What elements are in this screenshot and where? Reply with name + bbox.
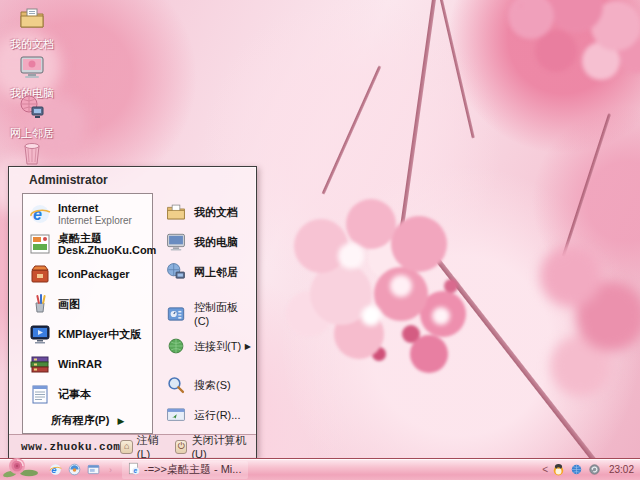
menu-item-sublabel: Internet Explorer (58, 215, 132, 226)
start-menu-pinned-panel: e InternetInternet Explorer 桌酷主题Desk.Zhu… (22, 193, 153, 434)
start-button[interactable] (0, 459, 42, 480)
system-tray: < 23:02 (542, 463, 640, 477)
winrar-icon (28, 352, 52, 376)
blossom-cluster (520, 5, 522, 7)
desktop-icon-label: 网上邻居 (10, 126, 54, 141)
paint-icon (28, 292, 52, 316)
network-places-icon (165, 261, 187, 283)
my-documents-icon (165, 201, 187, 223)
my-computer-icon (19, 54, 45, 84)
control-panel-icon (165, 303, 187, 325)
search-icon (165, 374, 187, 396)
quick-launch-expander[interactable]: › (109, 463, 114, 477)
network-places-icon (19, 94, 45, 124)
update-icon[interactable] (588, 463, 602, 477)
my-documents-icon (19, 5, 45, 35)
menu-item-connect-to[interactable]: 连接到(T) ▶ (157, 331, 254, 361)
desktop: 我的文档 我的电脑 网上邻居 Administrator (0, 0, 640, 480)
menu-item-label: KMPlayer中文版 (58, 328, 141, 340)
zhuoku-theme-icon (28, 232, 52, 256)
svg-text:e: e (33, 206, 42, 223)
start-menu-places-panel: 我的文档 我的电脑 网上邻居 (153, 193, 256, 434)
desktop-icon-label: 我的文档 (10, 37, 54, 52)
shut-down-label: 关闭计算机(U) (191, 433, 248, 460)
menu-item-search[interactable]: 搜索(S) (157, 370, 254, 400)
submenu-arrow-icon: ▶ (117, 416, 124, 426)
blossom-cluster (300, 215, 302, 217)
blossom-cluster (560, 255, 562, 257)
rose-start-icon (2, 457, 40, 480)
all-programs-button[interactable]: 所有程序(P) ▶ (26, 409, 149, 431)
user-name: Administrator (29, 173, 108, 187)
start-menu-footer: www.zhuoku.com ⌂ 注销(L) ⏻ 关闭计算机(U) (9, 434, 256, 458)
shut-down-button[interactable]: ⏻ 关闭计算机(U) (175, 433, 248, 460)
svg-text:e: e (51, 464, 56, 475)
menu-item-label: 画图 (58, 298, 80, 310)
log-off-icon: ⌂ (120, 440, 132, 454)
menu-item-label: 运行(R)... (194, 408, 240, 423)
menu-item-label: 连接到(T) (194, 339, 241, 354)
qq-icon[interactable] (552, 463, 566, 477)
connect-to-icon (165, 335, 187, 357)
menu-item-label: 控制面板(C) (194, 300, 252, 327)
menu-item-paint[interactable]: 画图 (26, 289, 149, 319)
media-player-icon[interactable] (67, 463, 81, 477)
menu-item-kmplayer[interactable]: KMPlayer中文版 (26, 319, 149, 349)
blossom-highlight (330, 245, 332, 247)
task-button-label: -=>>桌酷主题 - Mi... (144, 462, 242, 477)
menu-item-network-places[interactable]: 网上邻居 (157, 257, 254, 287)
menu-item-internet[interactable]: e InternetInternet Explorer (26, 199, 149, 229)
taskbar-clock[interactable]: 23:02 (609, 464, 634, 475)
iconpackager-icon (28, 262, 52, 286)
quick-launch-bar: e › (48, 463, 114, 477)
internet-explorer-icon: e (28, 202, 52, 226)
menu-item-notepad[interactable]: 记事本 (26, 379, 149, 409)
svg-text:e: e (133, 467, 137, 474)
zhuoku-site-label: www.zhuoku.com (21, 441, 120, 453)
start-menu-user: Administrator (9, 167, 256, 193)
menu-item-label: IconPackager (58, 268, 130, 280)
internet-explorer-icon[interactable]: e (48, 463, 62, 477)
menu-item-label: 我的电脑 (194, 235, 238, 250)
desktop-icon-network-places[interactable]: 网上邻居 (4, 94, 60, 141)
all-programs-label: 所有程序(P) (51, 413, 110, 428)
messenger-globe-icon[interactable] (570, 463, 584, 477)
taskbar: e › e -=>>桌酷主题 - Mi... < (0, 458, 640, 480)
submenu-arrow-icon: ▶ (245, 342, 251, 351)
kmplayer-icon (28, 322, 52, 346)
desktop-icon-my-documents[interactable]: 我的文档 (4, 5, 60, 52)
menu-item-label: 网上邻居 (194, 265, 238, 280)
log-off-label: 注销(L) (137, 433, 165, 460)
menu-item-iconpackager[interactable]: IconPackager (26, 259, 149, 289)
menu-item-my-documents[interactable]: 我的文档 (157, 197, 254, 227)
start-menu: Administrator e InternetInternet Explore… (8, 166, 257, 458)
task-button-zhuoku[interactable]: e -=>>桌酷主题 - Mi... (122, 461, 248, 479)
menu-item-label: 记事本 (58, 388, 91, 400)
notepad-icon (28, 382, 52, 406)
log-off-button[interactable]: ⌂ 注销(L) (120, 433, 165, 460)
menu-item-zhuoku-theme[interactable]: 桌酷主题Desk.ZhuoKu.Com (26, 229, 149, 259)
menu-item-my-computer[interactable]: 我的电脑 (157, 227, 254, 257)
menu-item-label: WinRAR (58, 358, 102, 370)
show-desktop-icon[interactable] (86, 463, 100, 477)
menu-item-winrar[interactable]: WinRAR (26, 349, 149, 379)
menu-item-control-panel[interactable]: 控制面板(C) (157, 296, 254, 331)
power-icon: ⏻ (175, 440, 187, 454)
menu-item-label: 桌酷主题Desk.ZhuoKu.Com (58, 232, 156, 256)
internet-explorer-page-icon: e (128, 461, 140, 479)
menu-item-run[interactable]: 运行(R)... (157, 400, 254, 430)
tray-collapse-chevron[interactable]: < (542, 464, 548, 475)
menu-item-label: Internet (58, 202, 98, 214)
menu-item-label: 搜索(S) (194, 378, 231, 393)
run-icon (165, 404, 187, 426)
my-computer-icon (165, 231, 187, 253)
menu-item-label: 我的文档 (194, 205, 238, 220)
